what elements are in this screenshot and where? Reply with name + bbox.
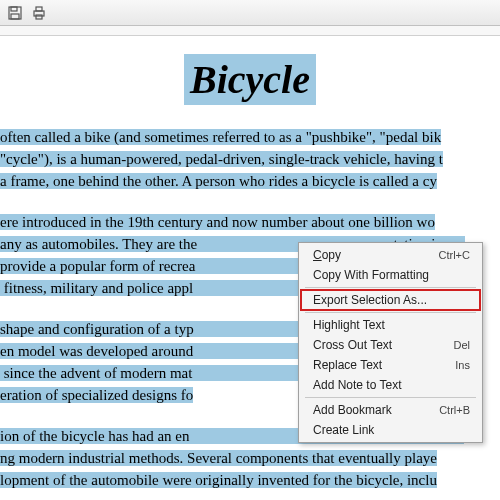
- selected-text: a frame, one behind the other. A person …: [0, 173, 437, 189]
- menu-shortcut: Del: [453, 339, 470, 351]
- selected-text: ng modern industrial methods. Several co…: [0, 450, 437, 466]
- paragraph-1: often called a bike (and sometimes refer…: [0, 127, 500, 192]
- selected-text: eration of specialized designs fo: [0, 387, 193, 403]
- menu-separator: [305, 397, 476, 398]
- menu-separator: [305, 312, 476, 313]
- menu-label: Add Bookmark: [313, 403, 392, 417]
- menu-label: Export Selection As...: [313, 293, 427, 307]
- print-icon: [31, 5, 47, 21]
- menu-label: Add Note to Text: [313, 378, 402, 392]
- svg-rect-1: [11, 7, 17, 11]
- page-title: Bicycle: [184, 54, 316, 105]
- selected-text: "cycle"), is a human-powered, pedal-driv…: [0, 151, 443, 167]
- menu-shortcut: Ctrl+C: [439, 249, 470, 261]
- menu-label: Copy With Formatting: [313, 268, 429, 282]
- menu-shortcut: Ins: [455, 359, 470, 371]
- menu-replace-text[interactable]: Replace Text Ins: [301, 355, 480, 375]
- menu-cross-out[interactable]: Cross Out Text Del: [301, 335, 480, 355]
- selected-text: often called a bike (and sometimes refer…: [0, 129, 441, 145]
- menu-export-selection[interactable]: Export Selection As...: [300, 289, 481, 311]
- save-icon: [7, 5, 23, 21]
- menu-highlight-text[interactable]: Highlight Text: [301, 315, 480, 335]
- toolbar: [0, 0, 500, 26]
- menu-shortcut: Ctrl+B: [439, 404, 470, 416]
- menu-label: Copy: [313, 248, 341, 262]
- save-button[interactable]: [6, 4, 24, 22]
- svg-rect-4: [36, 7, 42, 11]
- menu-copy[interactable]: Copy Ctrl+C: [301, 245, 480, 265]
- menu-create-link[interactable]: Create Link: [301, 420, 480, 440]
- menu-add-bookmark[interactable]: Add Bookmark Ctrl+B: [301, 400, 480, 420]
- menu-label: Create Link: [313, 423, 374, 437]
- sub-toolbar: [0, 26, 500, 36]
- print-button[interactable]: [30, 4, 48, 22]
- selected-text: lopment of the automobile were originall…: [0, 472, 437, 488]
- menu-label: Highlight Text: [313, 318, 385, 332]
- menu-label: Replace Text: [313, 358, 382, 372]
- menu-separator: [305, 287, 476, 288]
- svg-rect-2: [11, 14, 19, 19]
- selected-text: ere introduced in the 19th century and n…: [0, 214, 435, 230]
- menu-add-note[interactable]: Add Note to Text: [301, 375, 480, 395]
- menu-copy-formatting[interactable]: Copy With Formatting: [301, 265, 480, 285]
- menu-label: Cross Out Text: [313, 338, 392, 352]
- context-menu: Copy Ctrl+C Copy With Formatting Export …: [298, 242, 483, 443]
